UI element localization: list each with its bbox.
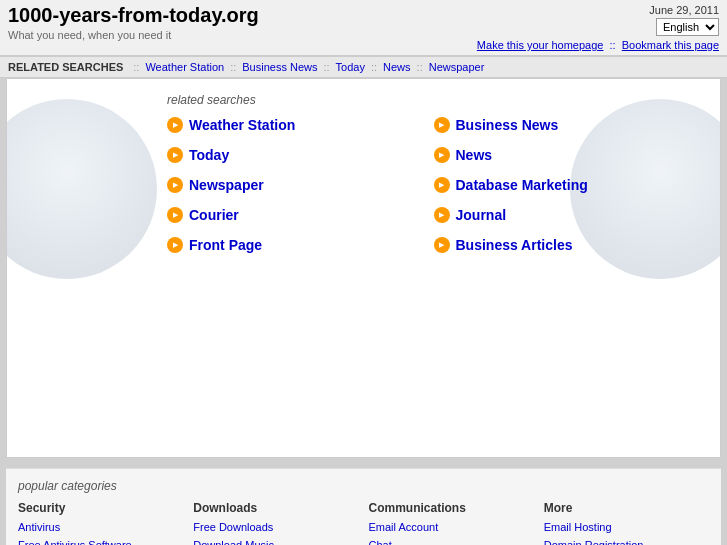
arrow-icon bbox=[167, 117, 183, 133]
link-newspaper[interactable]: Newspaper bbox=[189, 177, 264, 193]
list-item: News bbox=[434, 147, 681, 163]
make-homepage-link[interactable]: Make this your homepage bbox=[477, 39, 604, 51]
date-display: June 29, 2011 bbox=[477, 4, 719, 16]
related-bar-item-2[interactable]: Today bbox=[336, 61, 365, 73]
bookmark-link[interactable]: Bookmark this page bbox=[622, 39, 719, 51]
related-bar-item-3[interactable]: News bbox=[383, 61, 411, 73]
link-weather-station[interactable]: Weather Station bbox=[189, 117, 295, 133]
list-item: Journal bbox=[434, 207, 681, 223]
arrow-icon bbox=[167, 207, 183, 223]
popular-categories: popular categories Security Antivirus Fr… bbox=[6, 468, 721, 545]
category-security: Security Antivirus Free Antivirus Softwa… bbox=[18, 501, 183, 545]
arrow-icon bbox=[434, 207, 450, 223]
list-item: Weather Station bbox=[167, 117, 414, 133]
related-searches-title: related searches bbox=[167, 93, 680, 107]
arrow-icon bbox=[167, 147, 183, 163]
link-journal[interactable]: Journal bbox=[456, 207, 507, 223]
links-grid: Weather Station Business News Today News… bbox=[167, 117, 680, 253]
list-item: Today bbox=[167, 147, 414, 163]
related-bar-item-0[interactable]: Weather Station bbox=[145, 61, 224, 73]
cat-link[interactable]: Free Antivirus Software bbox=[18, 537, 183, 545]
top-right: June 29, 2011 English Make this your hom… bbox=[477, 4, 719, 51]
sep1: :: bbox=[133, 61, 139, 73]
cat-link[interactable]: Domain Registration bbox=[544, 537, 709, 545]
top-links: Make this your homepage :: Bookmark this… bbox=[477, 39, 719, 51]
cat-link[interactable]: Email Account bbox=[369, 519, 534, 537]
related-bar-item-1[interactable]: Business News bbox=[242, 61, 317, 73]
related-label: RELATED SEARCHES bbox=[8, 61, 123, 73]
cat-header-more: More bbox=[544, 501, 709, 515]
link-today[interactable]: Today bbox=[189, 147, 229, 163]
cat-link[interactable]: Download Music bbox=[193, 537, 358, 545]
category-downloads: Downloads Free Downloads Download Music … bbox=[193, 501, 358, 545]
site-title: 1000-years-from-today.org bbox=[8, 4, 259, 27]
categories-grid: Security Antivirus Free Antivirus Softwa… bbox=[18, 501, 709, 545]
language-selector-row: English bbox=[477, 18, 719, 36]
related-bar: RELATED SEARCHES :: Weather Station :: B… bbox=[0, 56, 727, 78]
related-searches-section: related searches Weather Station Busines… bbox=[7, 79, 720, 267]
site-info: 1000-years-from-today.org What you need,… bbox=[8, 4, 259, 41]
link-database-marketing[interactable]: Database Marketing bbox=[456, 177, 588, 193]
link-business-articles[interactable]: Business Articles bbox=[456, 237, 573, 253]
cat-link[interactable]: Chat bbox=[369, 537, 534, 545]
cat-link[interactable]: Email Hosting bbox=[544, 519, 709, 537]
cat-link[interactable]: Free Downloads bbox=[193, 519, 358, 537]
cat-link[interactable]: Antivirus bbox=[18, 519, 183, 537]
list-item: Newspaper bbox=[167, 177, 414, 193]
link-courier[interactable]: Courier bbox=[189, 207, 239, 223]
category-more: More Email Hosting Domain Registration N… bbox=[544, 501, 709, 545]
list-item: Courier bbox=[167, 207, 414, 223]
arrow-icon bbox=[167, 177, 183, 193]
list-item: Database Marketing bbox=[434, 177, 681, 193]
popular-categories-title: popular categories bbox=[18, 479, 709, 493]
list-item: Front Page bbox=[167, 237, 414, 253]
link-business-news[interactable]: Business News bbox=[456, 117, 559, 133]
arrow-icon bbox=[434, 117, 450, 133]
arrow-icon bbox=[434, 177, 450, 193]
top-bar: 1000-years-from-today.org What you need,… bbox=[0, 0, 727, 56]
cat-header-downloads: Downloads bbox=[193, 501, 358, 515]
arrow-icon bbox=[434, 237, 450, 253]
tagline: What you need, when you need it bbox=[8, 29, 259, 41]
language-select[interactable]: English bbox=[656, 18, 719, 36]
category-communications: Communications Email Account Chat Instan… bbox=[369, 501, 534, 545]
list-item: Business News bbox=[434, 117, 681, 133]
link-news[interactable]: News bbox=[456, 147, 493, 163]
arrow-icon bbox=[167, 237, 183, 253]
main-content: related searches Weather Station Busines… bbox=[6, 78, 721, 458]
related-bar-item-4[interactable]: Newspaper bbox=[429, 61, 485, 73]
cat-header-communications: Communications bbox=[369, 501, 534, 515]
list-item: Business Articles bbox=[434, 237, 681, 253]
arrow-icon bbox=[434, 147, 450, 163]
cat-header-security: Security bbox=[18, 501, 183, 515]
link-front-page[interactable]: Front Page bbox=[189, 237, 262, 253]
